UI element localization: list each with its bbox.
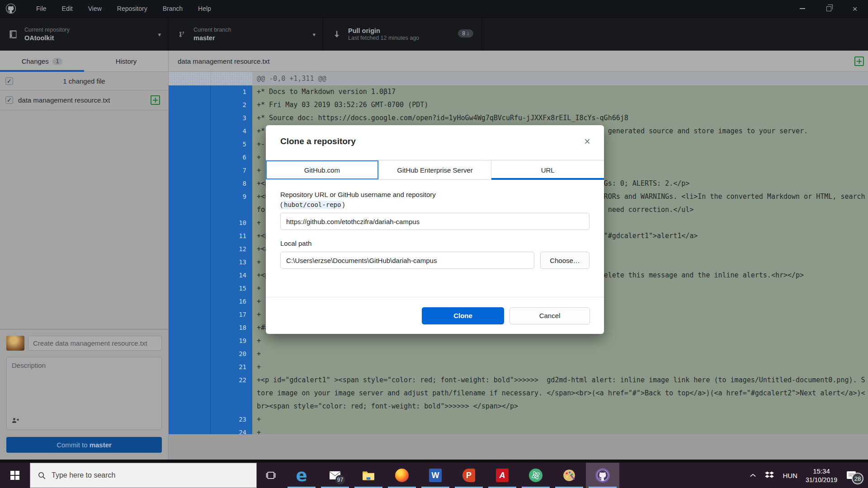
diff-gutter-old — [169, 347, 211, 361]
pull-origin-button[interactable]: Pull origin Last fetched 12 minutes ago … — [324, 18, 482, 51]
diff-line-number: 24 — [211, 426, 252, 434]
diff-line-text: +* Docs to Markdown version 1.0β17 — [252, 85, 868, 99]
taskbar-search-input[interactable] — [52, 471, 232, 479]
select-all-checkbox[interactable]: ✓ — [5, 77, 13, 85]
window-controls: × — [789, 0, 868, 17]
start-button[interactable] — [0, 463, 30, 488]
expand-diff-plus-icon[interactable] — [854, 56, 864, 66]
diff-line: 3 +* Source doc: https://docs.google.com… — [169, 112, 868, 125]
tab-github-enterprise[interactable]: GitHub Enterprise Server — [379, 160, 492, 179]
task-view-button[interactable] — [257, 463, 285, 488]
windows-logo-icon — [10, 471, 19, 480]
tab-github-com[interactable]: GitHub.com — [266, 160, 379, 179]
add-coauthor-icon[interactable] — [12, 417, 19, 426]
diff-line-text: +* Source doc: https://docs.google.com/o… — [252, 112, 868, 125]
menu-bar: FileEditViewRepositoryBranchHelp — [28, 1, 219, 16]
taskbar-app-powerpoint[interactable]: P — [452, 463, 486, 488]
diff-line: 23 + — [169, 413, 868, 426]
menu-item[interactable]: Edit — [54, 1, 80, 16]
diff-line-number: 20 — [211, 347, 252, 361]
diff-gutter-old — [169, 308, 211, 321]
current-branch-button[interactable]: Current branch master ▾ — [169, 18, 323, 51]
diff-line-number: 21 — [211, 361, 252, 374]
diff-gutter-old — [169, 177, 211, 190]
taskbar-app-mail[interactable]: 97 — [318, 463, 352, 488]
taskbar-app-paint[interactable] — [552, 463, 586, 488]
diff-line-number: 5 — [211, 138, 252, 151]
commit-description-box — [6, 357, 162, 430]
diff-gutter-old — [169, 243, 211, 256]
commit-button[interactable]: Commit to master — [6, 437, 162, 453]
menu-item[interactable]: Repository — [109, 1, 155, 16]
diff-line-number: 7 — [211, 164, 252, 177]
menu-item[interactable]: View — [80, 1, 109, 16]
taskbar-search[interactable] — [30, 463, 257, 488]
changed-file-row[interactable]: ✓ data management resource.txt — [0, 90, 168, 110]
current-repository-button[interactable]: Current repository OAtoolkit ▾ — [0, 18, 169, 51]
taskbar-app-firefox[interactable] — [385, 463, 419, 488]
diff-line: 22 +<p id="gdcalert1" ><span style="colo… — [169, 374, 868, 413]
taskbar-app-explorer[interactable] — [352, 463, 385, 488]
diff-line-text: + — [252, 334, 868, 347]
current-branch-label: Current branch — [193, 27, 231, 34]
diff-line: 19 + — [169, 334, 868, 347]
diff-gutter-old — [169, 413, 211, 426]
dropbox-icon[interactable] — [760, 463, 778, 488]
paint-palette-icon — [562, 469, 576, 482]
tab-changes[interactable]: Changes 1 — [0, 51, 84, 72]
dialog-title: Clone a repository — [280, 136, 356, 146]
dialog-tabs: GitHub.com GitHub Enterprise Server URL — [266, 160, 604, 180]
diff-gutter-old — [169, 282, 211, 295]
search-icon — [38, 471, 46, 480]
tab-history[interactable]: History — [84, 51, 168, 72]
taskbar-app-atom[interactable] — [519, 463, 552, 488]
taskbar-app-edge[interactable]: e — [285, 463, 318, 488]
clone-button[interactable]: Clone — [422, 307, 504, 324]
tray-chevron-up-icon[interactable] — [745, 463, 760, 488]
changed-files-header: ✓ 1 changed file — [0, 72, 168, 90]
file-checkbox[interactable]: ✓ — [5, 96, 13, 104]
notification-count-badge: 28 — [852, 473, 863, 484]
taskbar-clock[interactable]: 15:34 31/10/2019 — [802, 463, 841, 488]
local-path-input[interactable] — [280, 252, 534, 269]
taskbar-app-word[interactable]: W — [419, 463, 452, 488]
close-icon: × — [584, 135, 590, 147]
changes-count-badge: 1 — [52, 58, 63, 65]
cancel-button[interactable]: Cancel — [509, 307, 590, 324]
close-button[interactable]: × — [842, 0, 868, 17]
changed-file-name: data management resource.txt — [18, 96, 110, 104]
window-bottom-edge — [0, 460, 868, 463]
file-added-status-icon — [151, 95, 160, 105]
diff-line-number: 6 — [211, 151, 252, 164]
diff-gutter-old — [169, 374, 211, 413]
github-desktop-icon — [595, 468, 610, 483]
choose-path-button[interactable]: Choose… — [540, 252, 590, 269]
repository-url-input[interactable] — [280, 213, 590, 230]
commit-summary-input[interactable] — [28, 336, 162, 351]
changed-files-summary: 1 changed file — [63, 77, 105, 85]
diff-gutter-old — [169, 269, 211, 282]
diff-line-text: + — [252, 361, 868, 374]
commit-description-input[interactable] — [7, 357, 161, 415]
commit-form: Commit to master — [0, 329, 168, 460]
language-indicator[interactable]: HUN — [778, 463, 802, 488]
commit-button-branch: master — [90, 441, 112, 449]
menu-item[interactable]: File — [28, 1, 54, 16]
restore-button[interactable] — [816, 0, 842, 17]
minimize-button[interactable] — [789, 0, 816, 17]
current-repository-label: Current repository — [24, 27, 70, 34]
menu-item[interactable]: Help — [190, 1, 219, 16]
diff-gutter-old — [169, 190, 211, 216]
taskbar-app-acrobat[interactable]: A — [486, 463, 519, 488]
action-center-button[interactable]: 28 — [841, 463, 864, 488]
diff-line-number: 8 — [211, 177, 252, 190]
taskbar-app-github-desktop[interactable] — [586, 463, 619, 488]
diff-line: 1 +* Docs to Markdown version 1.0β17 — [169, 85, 868, 99]
diff-line-number: 14 — [211, 269, 252, 282]
dialog-close-button[interactable]: × — [584, 136, 590, 147]
menu-item[interactable]: Branch — [155, 1, 190, 16]
diff-line-number: 15 — [211, 282, 252, 295]
tab-url[interactable]: URL — [491, 160, 604, 179]
tab-history-label: History — [116, 57, 137, 65]
diff-line-text: + — [252, 426, 868, 434]
